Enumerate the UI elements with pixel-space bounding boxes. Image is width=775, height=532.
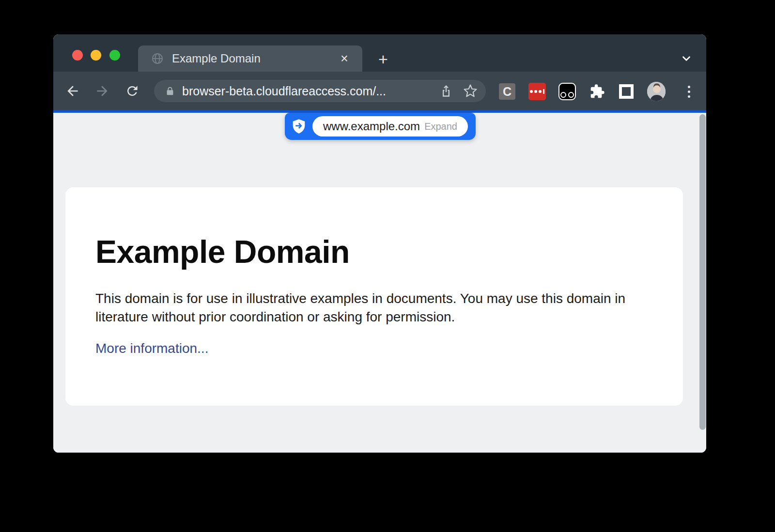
puzzle-piece-icon (589, 84, 605, 99)
toolbar: browser-beta.cloudflareaccess.com/... C (53, 72, 706, 110)
binoculars-icon (558, 83, 576, 100)
isolated-domain-text: www.example.com (323, 120, 424, 133)
bookmark-button[interactable] (462, 82, 479, 100)
forward-button[interactable] (93, 82, 111, 100)
tab-close-icon[interactable]: × (337, 51, 352, 66)
isolated-domain-chip: www.example.com Expand (312, 116, 468, 137)
close-window-button[interactable] (72, 50, 83, 61)
tab-strip: Example Domain × + (53, 34, 706, 72)
arrow-left-icon (65, 83, 80, 99)
share-icon (439, 84, 453, 98)
kebab-menu-icon (688, 86, 690, 98)
c-extension-icon: C (499, 83, 515, 100)
url-text: browser-beta.cloudflareaccess.com/... (182, 84, 437, 98)
minimize-window-button[interactable] (91, 50, 101, 61)
reload-icon (125, 84, 140, 98)
extension-c-button[interactable]: C (498, 82, 516, 101)
arrow-right-icon (94, 83, 110, 99)
share-button[interactable] (437, 82, 455, 100)
address-bar[interactable]: browser-beta.cloudflareaccess.com/... (154, 80, 486, 102)
reload-button[interactable] (124, 82, 141, 100)
page-viewport: www.example.com Expand Example Domain Th… (53, 113, 706, 453)
browser-window: Example Domain × + (53, 34, 706, 453)
browser-menu-button[interactable] (680, 82, 698, 101)
new-tab-button[interactable]: + (374, 51, 392, 67)
tab-title: Example Domain (172, 52, 337, 65)
globe-icon (152, 53, 163, 64)
extension-lastpass-button[interactable] (528, 82, 546, 101)
content-card: Example Domain This domain is for use in… (65, 187, 683, 406)
more-information-link[interactable]: More information... (95, 341, 208, 356)
page-paragraph: This domain is for use in illustrative e… (95, 289, 652, 326)
side-panel-icon (619, 84, 634, 99)
avatar (647, 82, 666, 101)
lock-icon (165, 85, 175, 97)
shield-arrow-icon (292, 119, 306, 134)
chevron-down-icon (680, 52, 693, 65)
extension-binoculars-button[interactable] (558, 82, 576, 101)
expand-button[interactable]: Expand (424, 121, 457, 132)
tab-search-button[interactable] (677, 51, 696, 66)
isolation-indicator-pill[interactable]: www.example.com Expand (285, 113, 476, 140)
star-icon (463, 84, 478, 98)
page-title: Example Domain (95, 233, 683, 270)
profile-button[interactable] (647, 82, 666, 101)
back-button[interactable] (64, 82, 81, 100)
tab-example-domain[interactable]: Example Domain × (138, 46, 362, 72)
extensions-menu-button[interactable] (588, 82, 606, 101)
zoom-window-button[interactable] (109, 50, 120, 61)
side-panel-button[interactable] (617, 82, 636, 101)
vertical-scrollbar[interactable] (699, 114, 706, 430)
lastpass-dots-icon (528, 83, 546, 100)
